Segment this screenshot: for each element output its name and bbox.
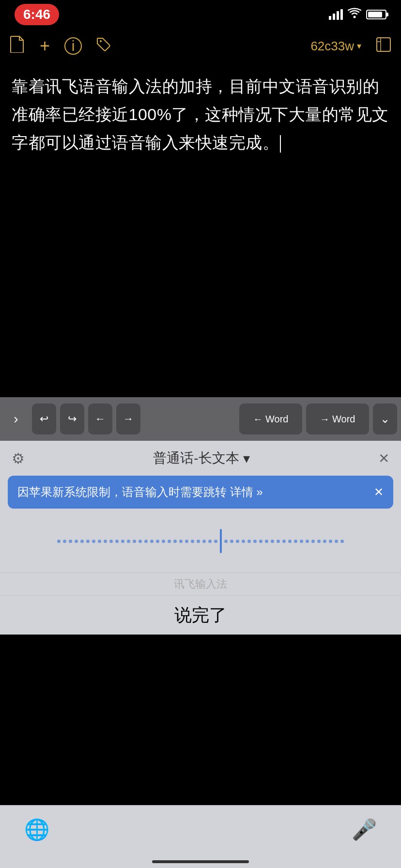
content-text: 靠着讯飞语音输入法的加持，目前中文语音识别的准确率已经接近100%了，这种情况下… [12,73,389,156]
globe-icon[interactable]: 🌐 [24,818,49,841]
voice-waveform [8,529,393,553]
voice-visualization [8,514,393,568]
word-right-button[interactable]: → Word [306,403,369,434]
undo-button[interactable]: ↩ [32,403,56,434]
word-left-button[interactable]: ← ← WordWord [239,403,302,434]
expand-icon[interactable] [376,37,391,56]
ime-banner-text: 因苹果新系统限制，语音输入时需要跳转 详情 » [17,484,366,500]
ime-mode-label: 普通话-长文本 [153,449,239,467]
document-icon[interactable] [10,35,25,57]
ime-panel: ⚙ 普通话-长文本 ▾ ✕ 因苹果新系统限制，语音输入时需要跳转 详情 » ✕ [0,441,401,635]
microphone-icon[interactable]: 🎤 [352,818,377,841]
tag-icon[interactable] [96,37,111,55]
version-label[interactable]: 62c33w ▾ [310,39,361,54]
redo-button[interactable]: ↪ [60,403,84,434]
ime-brand-label: 讯飞输入法 [0,573,401,595]
battery-icon [366,10,386,19]
ime-done-row: 说完了 [0,596,401,635]
ime-settings-icon[interactable]: ⚙ [12,450,25,467]
ime-close-button[interactable]: ✕ [378,450,389,466]
status-bar: 6:46 [0,0,401,29]
toolbar: + i 62c33w ▾ [0,29,401,63]
signal-icon [329,9,343,20]
ime-banner-close-button[interactable]: ✕ [374,485,384,499]
ime-mode-selector[interactable]: 普通话-长文本 ▾ [153,449,249,467]
collapse-keyboard-button[interactable]: ⌄ [373,403,397,434]
svg-point-0 [354,16,356,18]
expand-keyboard-button[interactable]: › [4,403,28,434]
content-area[interactable]: 靠着讯飞语音输入法的加持，目前中文语音识别的准确率已经接近100%了，这种情况下… [0,63,401,397]
text-cursor [280,135,281,153]
svg-rect-2 [377,38,390,51]
bottom-bar: 🌐 🎤 [0,805,401,868]
add-icon[interactable]: + [40,36,50,56]
cursor-right-button[interactable]: → [116,403,140,434]
home-indicator [152,860,249,863]
info-icon[interactable]: i [64,37,82,55]
status-right [329,8,386,21]
cursor-left-button[interactable]: ← [88,403,112,434]
ime-notification-banner[interactable]: 因苹果新系统限制，语音输入时需要跳转 详情 » ✕ [8,476,393,509]
ime-done-button[interactable]: 说完了 [174,604,227,627]
ime-mode-arrow-icon: ▾ [243,450,250,466]
wifi-icon [348,8,361,21]
ime-header: ⚙ 普通话-长文本 ▾ ✕ [0,441,401,476]
keyboard-extra-row: › ↩ ↪ ← → ← ← WordWord → Word ⌄ [0,397,401,441]
time-display: 6:46 [15,4,59,25]
svg-point-1 [100,40,102,42]
